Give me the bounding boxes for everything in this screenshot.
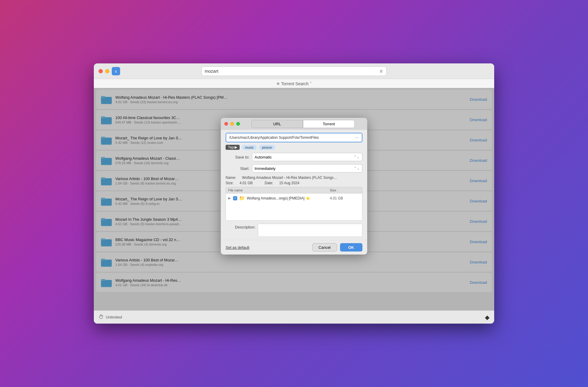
tab-url[interactable]: URL xyxy=(251,120,303,128)
search-input[interactable] xyxy=(205,68,377,74)
files-col-name: File name xyxy=(228,188,330,192)
save-to-label: Save to: xyxy=(226,155,249,159)
name-value: Wolfang Amadeus Mozart - Hi-Res Masters … xyxy=(242,176,337,180)
cancel-button[interactable]: Cancel xyxy=(312,243,337,252)
expand-arrow-icon[interactable]: ▶ xyxy=(228,196,231,200)
date-value: 15 Aug 2024 xyxy=(279,181,299,185)
tags-row: Tags▶ music picture xyxy=(226,145,362,150)
size-label: Size: xyxy=(226,181,234,185)
ok-button[interactable]: OK xyxy=(340,243,363,252)
start-value: Immediately xyxy=(255,166,275,171)
modal-titlebar: URL Torrent xyxy=(221,118,367,130)
tag-music[interactable]: music xyxy=(242,145,257,150)
url-field[interactable]: /Users/mac/Library/Application Support/F… xyxy=(226,133,362,142)
files-table-header: File name Size xyxy=(226,187,362,194)
files-table: File name Size ▶ 📁 Wolfang Amadeus...ong… xyxy=(226,187,362,221)
add-download-modal: URL Torrent /Users/mac/Library/Applicati… xyxy=(221,118,367,255)
file-checkbox[interactable] xyxy=(233,196,237,200)
save-to-select[interactable]: Automatic ⌃⌄ xyxy=(252,153,362,161)
tab-torrent[interactable]: Torrent xyxy=(303,120,355,128)
tags-label-text: Tags▶ xyxy=(228,145,237,149)
titlebar: ⏸ xyxy=(94,63,494,79)
tags-label[interactable]: Tags▶ xyxy=(226,145,240,150)
unlimited-label: ⏱ Unlimited xyxy=(99,314,122,320)
pause-icon: ⏸ xyxy=(379,69,383,74)
statusbar: ⏱ Unlimited ◆ xyxy=(94,310,494,324)
modal-minimize-button[interactable] xyxy=(230,122,234,126)
content-area: Wolfang Amadeus Mozart - Hi-Res Masters … xyxy=(94,88,494,310)
modal-body: /Users/mac/Library/Application Support/F… xyxy=(221,130,367,240)
start-select[interactable]: Immediately ⌃⌄ xyxy=(252,164,362,173)
save-to-value: Automatic xyxy=(255,155,272,159)
description-textarea[interactable] xyxy=(258,224,362,237)
modal-overlay: URL Torrent /Users/mac/Library/Applicati… xyxy=(94,88,494,310)
meta-section: Name: Wolfang Amadeus Mozart - Hi-Res Ma… xyxy=(226,176,362,185)
unlimited-text: Unlimited xyxy=(106,315,122,319)
file-row: ▶ 📁 Wolfang Amadeus...ongs) [PMEDIA] ⭐ 4… xyxy=(226,194,362,203)
file-name: Wolfang Amadeus...ongs) [PMEDIA] ⭐ xyxy=(247,196,328,200)
chevron-down-icon: ˅ xyxy=(310,82,312,86)
toolbar-title: ✳ Torrent Search ˅ xyxy=(94,79,494,88)
name-label: Name: xyxy=(226,176,236,180)
files-col-size: Size xyxy=(330,188,360,192)
minimize-button[interactable] xyxy=(105,69,109,73)
set-as-default-link[interactable]: Set as default xyxy=(226,245,249,250)
save-to-row: Save to: Automatic ⌃⌄ xyxy=(226,153,362,161)
url-dots-button[interactable]: ··· xyxy=(355,135,359,140)
file-folder-icon: 📁 xyxy=(239,195,245,201)
start-label: Start: xyxy=(226,166,249,171)
modal-close-button[interactable] xyxy=(224,122,228,126)
size-value: 4.01 GB xyxy=(240,181,253,185)
back-button[interactable] xyxy=(112,67,120,75)
file-size: 4.01 GB xyxy=(330,196,360,200)
search-bar[interactable]: ⏸ xyxy=(201,66,387,76)
diamond-icon: ◆ xyxy=(485,314,489,321)
start-row: Start: Immediately ⌃⌄ xyxy=(226,164,362,173)
close-button[interactable] xyxy=(99,69,103,73)
spinner-icon: ✳ xyxy=(276,81,280,86)
modal-maximize-button[interactable] xyxy=(236,122,240,126)
date-label: Date: xyxy=(265,181,273,185)
footer-buttons: Cancel OK xyxy=(312,243,362,252)
description-label: Description: xyxy=(226,224,255,229)
clock-icon: ⏱ xyxy=(99,314,104,320)
search-title-label: Torrent Search xyxy=(281,81,309,86)
modal-footer: Set as default Cancel OK xyxy=(221,240,367,255)
files-body: ▶ 📁 Wolfang Amadeus...ongs) [PMEDIA] ⭐ 4… xyxy=(226,194,362,220)
start-arrows: ⌃⌄ xyxy=(354,166,360,170)
save-to-arrows: ⌃⌄ xyxy=(354,155,360,159)
url-text: /Users/mac/Library/Application Support/F… xyxy=(229,135,354,140)
tag-picture[interactable]: picture xyxy=(259,145,275,150)
description-section: Description: xyxy=(226,224,362,237)
main-window: ⏸ ✳ Torrent Search ˅ Wolfang Amadeus Moz… xyxy=(94,63,494,324)
